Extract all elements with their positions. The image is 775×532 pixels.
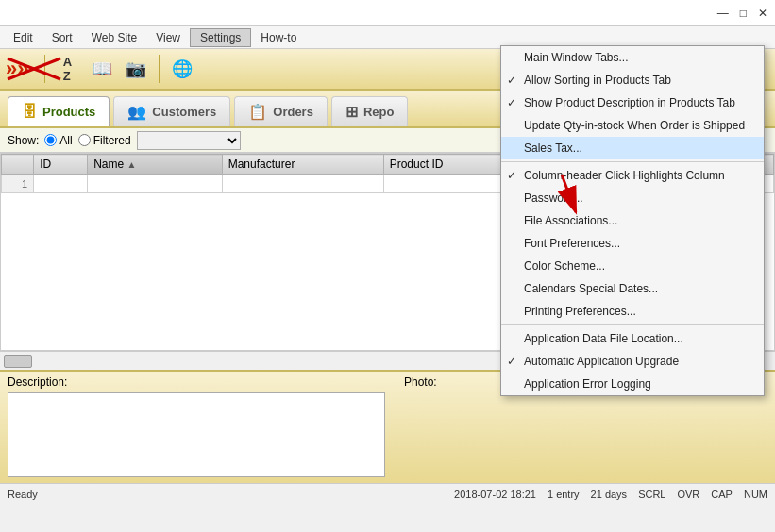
row-id-cell[interactable] (34, 175, 88, 193)
col-product-id-header[interactable]: Product ID (383, 155, 518, 175)
toolbar-nav-area: » » (6, 57, 29, 81)
status-right-area: 2018-07-02 18:21 1 entry 21 days SCRL OV… (454, 489, 767, 500)
products-tab-label: Products (42, 105, 95, 119)
menu-auto-upgrade[interactable]: Automatic Application Upgrade (501, 350, 764, 373)
show-all-text: All (59, 134, 72, 147)
orders-tab-icon: 📋 (248, 103, 267, 121)
camera-icon: 📷 (126, 58, 146, 79)
menu-font-pref[interactable]: Font Preferences... (501, 232, 764, 255)
title-bar-controls: — □ ✕ (717, 7, 767, 20)
menu-view[interactable]: View (146, 29, 190, 46)
status-num: NUM (744, 489, 767, 500)
dropdown-divider-2 (501, 324, 764, 325)
products-tab-icon: 🗄 (22, 104, 37, 121)
minimize-button[interactable]: — (717, 7, 729, 20)
maximize-button[interactable]: □ (740, 7, 747, 20)
menu-error-logging[interactable]: Application Error Logging (501, 373, 764, 395)
settings-dropdown: Main Window Tabs... Allow Sorting in Pro… (500, 45, 765, 396)
description-panel: Description: (0, 372, 396, 483)
sort-arrow-icon: ▲ (127, 159, 137, 170)
repo-tab-icon: ⊞ (345, 103, 358, 121)
menu-column-header[interactable]: Column-header Click Highlights Column (501, 164, 764, 187)
status-scrl: SCRL (638, 489, 665, 500)
toolbar-camera-button[interactable]: 📷 (121, 54, 151, 84)
show-label: Show: (8, 134, 39, 147)
toolbar-sep-2 (159, 55, 160, 83)
status-ovr: OVR (677, 489, 699, 500)
row-product-id-cell[interactable] (383, 175, 518, 193)
filter-combo[interactable] (137, 131, 241, 150)
customers-tab-icon: 👥 (127, 103, 146, 121)
tab-repo[interactable]: ⊞ Repo (331, 96, 409, 126)
col-rownum (2, 155, 34, 175)
orders-tab-label: Orders (273, 105, 313, 119)
close-button[interactable]: ✕ (758, 7, 767, 20)
menu-cal-dates[interactable]: Calendars Special Dates... (501, 277, 764, 300)
menu-password[interactable]: Password... (501, 187, 764, 209)
globe-icon: 🌐 (172, 58, 193, 79)
tab-products[interactable]: 🗄 Products (8, 96, 110, 126)
menu-howto[interactable]: How-to (251, 29, 306, 46)
dropdown-divider-1 (501, 161, 764, 162)
row-num-cell: 1 (2, 175, 34, 193)
menu-app-data-loc[interactable]: Application Data File Location... (501, 327, 764, 350)
description-textarea[interactable] (8, 392, 385, 477)
status-days: 21 days (591, 489, 628, 500)
menu-allow-sorting[interactable]: Allow Sorting in Products Tab (501, 69, 764, 91)
status-ready: Ready (8, 489, 38, 500)
col-manufacturer-header[interactable]: Manufacturer (222, 155, 383, 175)
menu-show-description[interactable]: Show Product Description in Products Tab (501, 91, 764, 114)
menu-file-assoc[interactable]: File Associations... (501, 209, 764, 232)
menu-sales-tax[interactable]: Sales Tax... (501, 137, 764, 159)
menu-printing-pref[interactable]: Printing Preferences... (501, 300, 764, 323)
toolbar-book-button[interactable]: 📖 (87, 54, 117, 84)
menu-main-window-tabs[interactable]: Main Window Tabs... (501, 46, 764, 69)
title-bar: — □ ✕ (0, 0, 775, 26)
col-name-header[interactable]: Name ▲ (88, 155, 223, 175)
show-filtered-radio-label[interactable]: Filtered (78, 134, 131, 147)
menu-settings[interactable]: Settings (190, 28, 251, 47)
show-filtered-radio[interactable] (78, 134, 91, 146)
status-datetime: 2018-07-02 18:21 (454, 489, 536, 500)
menu-edit[interactable]: Edit (4, 29, 42, 46)
show-all-radio[interactable] (44, 134, 57, 146)
row-manufacturer-cell[interactable] (222, 175, 383, 193)
description-label: Description: (8, 375, 388, 389)
sort-az-icon: AZ (63, 55, 72, 83)
tab-customers[interactable]: 👥 Customers (113, 96, 230, 126)
scroll-thumb[interactable] (4, 355, 32, 368)
cancel-lines-svg (6, 55, 62, 83)
show-all-radio-label[interactable]: All (44, 134, 72, 147)
cancel-x-overlay (6, 55, 62, 83)
row-name-cell[interactable] (88, 175, 223, 193)
tab-orders[interactable]: 📋 Orders (234, 96, 328, 126)
menu-color-scheme[interactable]: Color Scheme... (501, 255, 764, 277)
menu-website[interactable]: Web Site (82, 29, 146, 46)
repo-tab-label: Repo (363, 105, 395, 119)
status-bar: Ready 2018-07-02 18:21 1 entry 21 days S… (0, 483, 775, 504)
menu-update-qty[interactable]: Update Qty-in-stock When Order is Shippe… (501, 114, 764, 137)
customers-tab-label: Customers (152, 105, 216, 119)
col-id-header[interactable]: ID (34, 155, 88, 175)
book-icon: 📖 (92, 58, 112, 79)
toolbar-web-button[interactable]: 🌐 (167, 54, 197, 84)
status-cap: CAP (711, 489, 733, 500)
show-filtered-text: Filtered (93, 134, 131, 147)
status-entry: 1 entry (548, 489, 580, 500)
menu-sort[interactable]: Sort (42, 29, 82, 46)
